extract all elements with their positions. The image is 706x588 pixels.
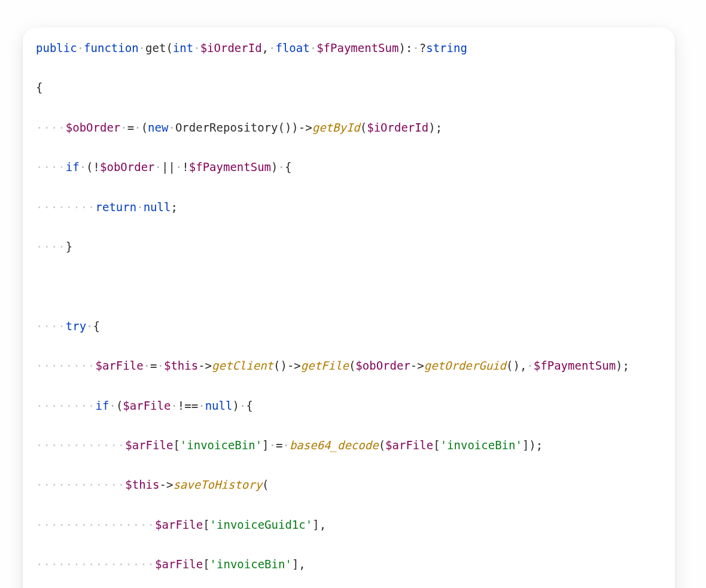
class-orderrepo: OrderRepository xyxy=(175,118,278,138)
code-line: ····} xyxy=(36,237,663,257)
code-line: ········$arFile·=·$this->getClient()->ge… xyxy=(36,356,663,376)
kw-function: function xyxy=(84,38,139,58)
code-card: public·function·get(int·$iOrderId,·float… xyxy=(23,28,675,588)
code-line: ········return·null; xyxy=(36,197,663,217)
fn-name: get xyxy=(145,38,166,58)
code-line: public·function·get(int·$iOrderId,·float… xyxy=(36,38,663,58)
code-line: ············$arFile['invoiceBin']·=·base… xyxy=(36,435,663,455)
code-line xyxy=(36,276,663,296)
code-line: ············$this->saveToHistory( xyxy=(36,475,663,495)
code-line: { xyxy=(36,78,663,98)
code-line: ····if·(!$obOrder·||·!$fPaymentSum)·{ xyxy=(36,157,663,177)
code-line: ····try·{ xyxy=(36,316,663,336)
code-line: ····$obOrder·=·(new·OrderRepository())->… xyxy=(36,118,663,138)
var-fpaymentsum: $fPaymentSum xyxy=(317,38,398,58)
code-line: ················$arFile['invoiceBin'], xyxy=(36,555,663,574)
code-line: ········if·($arFile·!==·null)·{ xyxy=(36,396,663,416)
code-line: ················$arFile['invoiceGuid1c']… xyxy=(36,515,663,535)
kw-public: public xyxy=(36,38,77,58)
code-block: public·function·get(int·$iOrderId,·float… xyxy=(36,38,663,588)
var-iorderid: $iOrderId xyxy=(200,38,262,58)
